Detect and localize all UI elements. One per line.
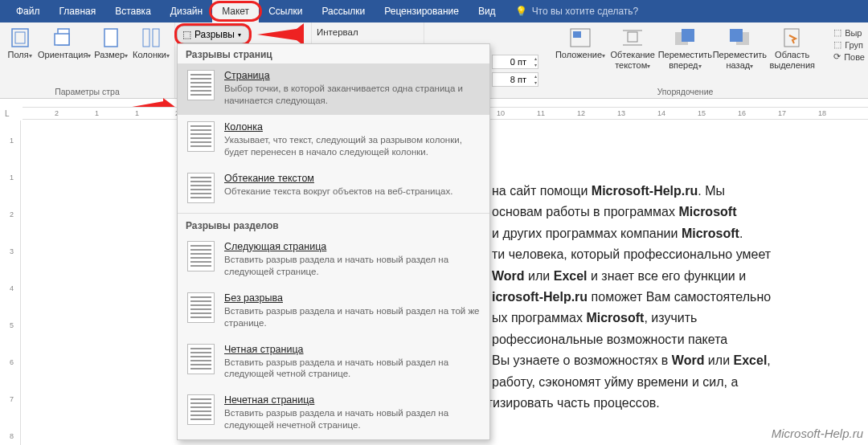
oddpage-icon <box>187 394 215 425</box>
svg-rect-15 <box>730 29 743 42</box>
svg-rect-4 <box>104 29 117 47</box>
tab-design[interactable]: Дизайн <box>161 0 212 22</box>
bring-forward-button[interactable]: Переместить вперед <box>660 26 710 70</box>
tab-file[interactable]: Файл <box>6 0 50 22</box>
rotate-icon: ⟳ <box>833 51 841 62</box>
ruler-vertical[interactable]: 112345678 <box>6 120 21 445</box>
breaks-label: Разрывы <box>194 29 235 40</box>
annotation-arrow <box>257 28 301 41</box>
tab-references[interactable]: Ссылки <box>259 0 312 22</box>
menu-item-textwrap[interactable]: Обтекание текстомОбтекание текста вокруг… <box>178 166 489 211</box>
orientation-label: Ориентация <box>38 50 91 60</box>
arrange-label: Упорядочение <box>555 85 815 96</box>
document-body[interactable]: на сайт помощи Microsoft-Help.ru. Мы осн… <box>492 181 860 414</box>
wrap-icon <box>621 27 644 48</box>
tab-layout[interactable]: Макет <box>212 0 259 22</box>
svg-rect-6 <box>153 29 159 47</box>
continuous-icon <box>187 292 215 323</box>
spacing-header: Интервал <box>317 27 358 37</box>
menu-item-oddpage[interactable]: Нечетная страницаВставить разрыв раздела… <box>178 388 489 439</box>
forward-label: Переместить вперед <box>658 50 712 70</box>
svg-rect-16 <box>784 29 799 47</box>
menu-section-pagebreaks: Разрывы страниц <box>178 44 489 63</box>
menu-item-continuous[interactable]: Без разрываВставить разрыв раздела и нач… <box>178 286 489 337</box>
rotate-button[interactable]: ⟳Пове <box>833 51 865 62</box>
position-icon <box>569 27 592 48</box>
svg-rect-13 <box>682 29 694 42</box>
margins-label: Поля <box>8 50 32 60</box>
size-button[interactable]: Размер <box>94 26 128 60</box>
size-icon <box>100 27 122 48</box>
breaks-icon: ⬚ <box>182 29 191 40</box>
column-break-icon <box>187 121 215 152</box>
menu-item-nextpage[interactable]: Следующая страницаВставить разрыв раздел… <box>178 235 489 286</box>
margins-icon <box>9 27 31 48</box>
menu-section-sectionbreaks: Разрывы разделов <box>178 215 489 235</box>
watermark: Microsoft-Help.ru <box>772 427 863 440</box>
columns-icon <box>140 27 162 48</box>
svg-rect-9 <box>628 32 637 42</box>
columns-label: Колонки <box>133 50 170 60</box>
breaks-menu: Разрывы страниц СтраницаВыбор точки, в к… <box>177 43 490 440</box>
spacing-after[interactable]: 8 пт <box>492 72 538 87</box>
selection-icon <box>781 27 804 48</box>
page-break-icon <box>187 70 215 100</box>
align-icon: ⬚ <box>833 27 841 38</box>
breaks-button[interactable]: ⬚ Разрывы▾ <box>177 26 249 43</box>
group-icon: ⬚ <box>833 39 841 50</box>
svg-rect-5 <box>143 29 149 47</box>
svg-rect-0 <box>12 29 28 47</box>
selection-pane-button[interactable]: Область выделения <box>769 26 815 70</box>
page-setup-label: Параметры стра <box>5 85 170 96</box>
send-backward-button[interactable]: Переместить назад <box>714 26 764 70</box>
nextpage-icon <box>187 241 215 271</box>
backward-icon <box>728 27 751 48</box>
selection-label: Область выделения <box>769 50 815 70</box>
ribbon-tabs: Файл Главная Вставка Дизайн Макет Ссылки… <box>0 0 868 22</box>
menu-item-evenpage[interactable]: Четная страницаВставить разрыв раздела и… <box>178 337 489 389</box>
evenpage-icon <box>187 344 215 374</box>
tell-me[interactable]: 💡 Что вы хотите сделать? <box>515 6 639 17</box>
tab-view[interactable]: Вид <box>469 0 506 22</box>
textwrap-break-icon <box>187 173 215 203</box>
group-button[interactable]: ⬚Груп <box>833 39 865 50</box>
tell-me-text: Что вы хотите сделать? <box>532 6 639 17</box>
menu-item-column[interactable]: КолонкаУказывает, что текст, следующий з… <box>178 115 489 166</box>
margins-button[interactable]: Поля <box>5 26 35 60</box>
align-button[interactable]: ⬚Выр <box>833 27 865 38</box>
ruler-corner: L <box>5 109 10 118</box>
svg-rect-3 <box>55 34 69 45</box>
menu-item-page[interactable]: СтраницаВыбор точки, в которой заканчива… <box>178 63 489 115</box>
right-commands: ⬚Выр ⬚Груп ⟳Пове <box>833 27 865 62</box>
wrap-label: Обтекание текстом <box>610 50 655 70</box>
forward-icon <box>674 27 696 48</box>
svg-rect-1 <box>15 32 25 43</box>
columns-button[interactable]: Колонки <box>133 26 170 60</box>
position-label: Положение <box>555 50 605 60</box>
tab-insert[interactable]: Вставка <box>105 0 161 22</box>
spacing-before[interactable]: 0 пт <box>492 55 538 69</box>
tab-home[interactable]: Главная <box>50 0 106 22</box>
orientation-button[interactable]: Ориентация <box>39 26 89 60</box>
size-label: Размер <box>94 50 128 60</box>
tab-mailings[interactable]: Рассылки <box>312 0 375 22</box>
backward-label: Переместить назад <box>713 50 767 70</box>
svg-rect-8 <box>573 31 581 38</box>
tab-review[interactable]: Рецензирование <box>375 0 469 22</box>
position-button[interactable]: Положение <box>555 26 605 60</box>
orientation-icon <box>53 27 76 48</box>
bulb-icon: 💡 <box>515 6 527 17</box>
wrap-button[interactable]: Обтекание текстом <box>610 26 655 70</box>
